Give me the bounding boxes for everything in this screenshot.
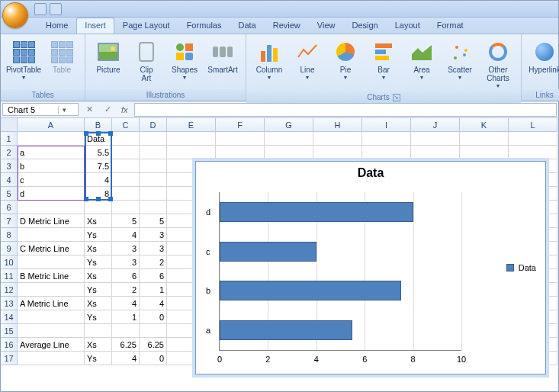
cell-C1[interactable] (112, 132, 140, 146)
cell-D12[interactable]: 1 (140, 283, 167, 297)
cell-A10[interactable] (18, 255, 85, 269)
cell-C9[interactable]: 3 (112, 242, 140, 255)
cell-A13[interactable]: A Metric Line (18, 297, 85, 310)
tab-formulas[interactable]: Formulas (178, 18, 230, 34)
cell-E1[interactable] (167, 132, 216, 146)
cell-D15[interactable] (140, 324, 167, 338)
tab-page-layout[interactable]: Page Layout (114, 18, 178, 34)
shapes-button[interactable]: Shapes▾ (166, 37, 203, 83)
row-header-4[interactable]: 4 (1, 173, 18, 187)
bar-a[interactable] (220, 320, 352, 340)
cell-D1[interactable] (140, 132, 167, 146)
cell-B11[interactable]: Xs (85, 269, 112, 283)
cell-D4[interactable] (140, 173, 167, 187)
smartart-button[interactable]: SmartArt (204, 37, 241, 76)
cell-C8[interactable]: 4 (112, 228, 140, 242)
tab-insert[interactable]: Insert (76, 18, 114, 34)
bar-d[interactable] (220, 202, 413, 222)
cell-C11[interactable]: 6 (112, 269, 140, 283)
enter-icon[interactable]: ✓ (98, 104, 117, 114)
hyperlink-button[interactable]: Hyperlink (526, 37, 559, 76)
plot-area[interactable]: 0246810dcba (219, 192, 461, 351)
row-header-17[interactable]: 17 (1, 352, 18, 365)
cell-A15[interactable] (18, 324, 85, 338)
cell-B8[interactable]: Ys (85, 228, 112, 242)
chart-title[interactable]: Data (196, 162, 545, 182)
embedded-chart[interactable]: Data 0246810dcba Data (195, 161, 546, 374)
cell-C13[interactable]: 4 (112, 297, 140, 310)
qat-save-icon[interactable] (34, 3, 47, 15)
picture-button[interactable]: Picture (90, 37, 127, 76)
cell-B6[interactable] (85, 201, 112, 214)
cell-A4[interactable]: c (18, 173, 85, 187)
tab-view[interactable]: View (309, 18, 344, 34)
cell-D8[interactable]: 3 (140, 228, 167, 242)
col-header-D[interactable]: D (140, 118, 167, 132)
row-header-7[interactable]: 7 (1, 214, 18, 228)
pivottable-button[interactable]: PivotTable ▾ (5, 37, 42, 83)
cell-A2[interactable]: a (18, 146, 85, 159)
row-header-10[interactable]: 10 (1, 255, 18, 269)
cell-B16[interactable]: Xs (85, 338, 112, 352)
cell-D13[interactable]: 4 (140, 297, 167, 310)
cell-H1[interactable] (313, 132, 362, 146)
col-header-E[interactable]: E (167, 118, 216, 132)
row-header-9[interactable]: 9 (1, 242, 18, 255)
cell-C15[interactable] (112, 324, 140, 338)
scatter-chart-button[interactable]: Scatter▾ (442, 37, 478, 83)
row-header-3[interactable]: 3 (1, 159, 18, 173)
chart-legend[interactable]: Data (506, 263, 536, 272)
cell-H2[interactable] (313, 146, 362, 159)
cell-B9[interactable]: Xs (85, 242, 112, 255)
cell-A12[interactable] (18, 283, 85, 297)
cell-B7[interactable]: Xs (85, 214, 112, 228)
cell-D16[interactable]: 6.25 (140, 338, 167, 352)
col-header-K[interactable]: K (460, 118, 509, 132)
cell-C10[interactable]: 3 (112, 255, 140, 269)
col-header-B[interactable]: B (85, 118, 112, 132)
col-header-F[interactable]: F (216, 118, 265, 132)
cell-D7[interactable]: 5 (140, 214, 167, 228)
cell-F1[interactable] (216, 132, 265, 146)
qat-undo-icon[interactable] (50, 3, 62, 15)
tab-layout[interactable]: Layout (387, 18, 429, 34)
cell-A11[interactable]: B Metric Line (18, 269, 85, 283)
cell-C6[interactable] (112, 201, 140, 214)
cell-B1[interactable]: Data (85, 132, 112, 146)
cell-K2[interactable] (460, 146, 509, 159)
cell-B3[interactable]: 7.5 (85, 159, 112, 173)
tab-home[interactable]: Home (37, 18, 76, 34)
cell-D2[interactable] (140, 146, 167, 159)
name-box[interactable]: ▾ (2, 103, 79, 116)
row-header-11[interactable]: 11 (1, 269, 18, 283)
clipart-button[interactable]: Clip Art (128, 37, 165, 85)
col-header-L[interactable]: L (509, 118, 557, 132)
cell-L1[interactable] (509, 132, 557, 146)
bar-chart-button[interactable]: Bar▾ (365, 37, 402, 83)
col-header-G[interactable]: G (265, 118, 313, 132)
tab-format[interactable]: Format (429, 18, 472, 34)
pie-chart-button[interactable]: Pie▾ (327, 37, 364, 83)
row-header-2[interactable]: 2 (1, 146, 18, 159)
row-header-13[interactable]: 13 (1, 297, 18, 310)
col-header-H[interactable]: H (313, 118, 362, 132)
cell-D10[interactable]: 2 (140, 255, 167, 269)
bar-b[interactable] (220, 281, 401, 300)
cell-D9[interactable]: 3 (140, 242, 167, 255)
cell-C17[interactable]: 4 (112, 352, 140, 365)
col-header-C[interactable]: C (112, 118, 140, 132)
cell-C5[interactable] (112, 187, 140, 201)
cell-C3[interactable] (112, 159, 140, 173)
row-header-5[interactable]: 5 (1, 187, 18, 201)
cell-A1[interactable] (18, 132, 85, 146)
chevron-down-icon[interactable]: ▾ (58, 106, 70, 114)
cell-A16[interactable]: Average Line (18, 338, 85, 352)
tab-data[interactable]: Data (230, 18, 264, 34)
cell-I2[interactable] (362, 146, 411, 159)
select-all-corner[interactable] (1, 118, 18, 132)
cell-A9[interactable]: C Metric Line (18, 242, 85, 255)
other-charts-button[interactable]: Other Charts▾ (480, 37, 516, 92)
row-header-15[interactable]: 15 (1, 324, 18, 338)
row-header-6[interactable]: 6 (1, 201, 18, 214)
cell-D11[interactable]: 6 (140, 269, 167, 283)
